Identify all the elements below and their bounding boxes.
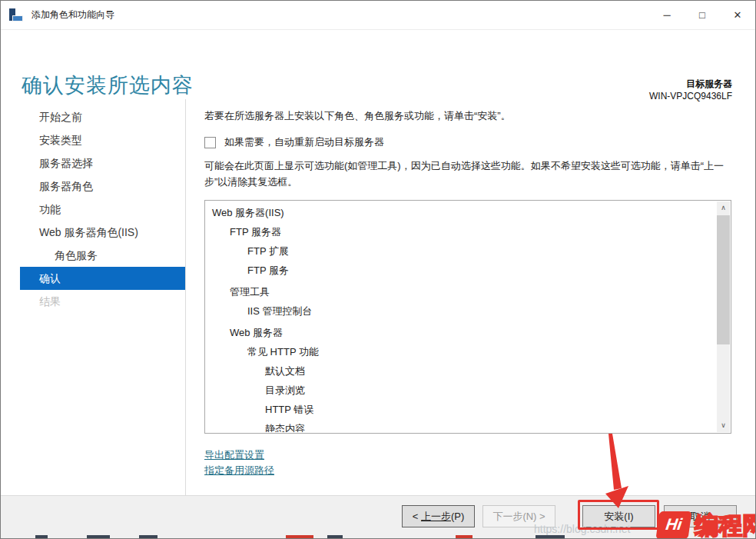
nav-item[interactable]: 服务器角色 [1, 175, 185, 198]
nav-item-label: 服务器角色 [39, 180, 93, 192]
tree-row[interactable]: 静态内容 [206, 419, 716, 432]
cancel-button[interactable]: 取消 [664, 505, 737, 527]
tree-row[interactable]: IIS 管理控制台 [206, 301, 716, 321]
nav-item-label: 开始之前 [39, 111, 82, 123]
nav-item-label: Web 服务器角色(IIS) [39, 226, 138, 238]
window-title: 添加角色和功能向导 [32, 8, 114, 22]
vertical-scrollbar[interactable]: ∧ ∨ [717, 201, 730, 432]
target-server-label: 目标服务器 [649, 78, 732, 90]
tree-row[interactable]: FTP 服务 [206, 261, 716, 280]
restart-checkbox-row[interactable]: 如果需要，自动重新启动目标服务器 [204, 135, 731, 149]
nav-item-label: 功能 [39, 203, 61, 215]
tree-row[interactable]: 默认文档 [206, 361, 716, 381]
tree-row[interactable]: 目录浏览 [206, 381, 716, 400]
tree-row-label: HTTP 错误 [265, 404, 313, 415]
config-links: 导出配置设置 指定备用源路径 [204, 448, 731, 478]
next-button[interactable]: 下一步(N) > [482, 505, 555, 527]
nav-item-label: 确认 [39, 272, 61, 284]
selected-features-listbox: Web 服务器(IIS)FTP 服务器FTP 扩展FTP 服务管理工具IIS 管… [204, 200, 731, 434]
nav-item[interactable]: 开始之前 [1, 105, 185, 128]
tree-row-label: 常见 HTTP 功能 [247, 346, 319, 358]
nav-item[interactable]: 结果 [1, 290, 185, 313]
alternate-source-path-link[interactable]: 指定备用源路径 [204, 463, 731, 478]
instruction-text: 若要在所选服务器上安装以下角色、角色服务或功能，请单击“安装”。 [204, 108, 731, 124]
tree-row[interactable]: FTP 扩展 [206, 241, 716, 261]
nav-item-label: 角色服务 [55, 249, 98, 261]
tree-row-label: 目录浏览 [265, 384, 305, 396]
nav-item-label: 结果 [39, 295, 61, 308]
tree-row[interactable]: HTTP 错误 [206, 400, 716, 419]
add-roles-wizard-window: 添加角色和功能向导 ─ □ ✕ 确认安装所选内容 目标服务器 WIN-VPJCQ… [0, 0, 756, 539]
tree-row[interactable]: Web 服务器(IIS) [206, 203, 716, 222]
tree-row[interactable]: Web 服务器 [206, 323, 716, 342]
nav-item[interactable]: 安装类型 [1, 128, 185, 151]
tree-row-label: Web 服务器(IIS) [212, 207, 284, 218]
titlebar: 添加角色和功能向导 ─ □ ✕ [1, 1, 755, 30]
tree-row-label: FTP 服务器 [230, 226, 281, 238]
target-server-name: WIN-VPJCQ9436LF [649, 90, 732, 102]
wizard-header: 确认安装所选内容 目标服务器 WIN-VPJCQ9436LF [1, 30, 755, 99]
nav-item[interactable]: 确认 [20, 267, 185, 290]
tree-row-label: FTP 扩展 [247, 245, 289, 257]
wizard-app-icon [8, 8, 27, 23]
page-title: 确认安装所选内容 [22, 72, 194, 99]
wizard-nav: 开始之前安装类型服务器选择服务器角色功能Web 服务器角色(IIS)角色服务确认… [1, 99, 186, 495]
nav-item[interactable]: 服务器选择 [1, 151, 185, 175]
optional-features-note: 可能会在此页面上显示可选功能(如管理工具)，因为已自动选择这些功能。如果不希望安… [204, 158, 731, 190]
previous-button[interactable]: < 上一步(P) [402, 505, 475, 527]
minimize-icon[interactable]: ─ [649, 1, 685, 30]
tree-row-label: Web 服务器 [230, 327, 283, 338]
tree-row[interactable]: FTP 服务器 [206, 222, 716, 241]
selection-tree: Web 服务器(IIS)FTP 服务器FTP 扩展FTP 服务管理工具IIS 管… [206, 201, 716, 432]
tree-row-label: 管理工具 [230, 286, 270, 298]
scroll-up-icon[interactable]: ∧ [717, 201, 730, 215]
close-icon[interactable]: ✕ [720, 1, 755, 30]
target-server-block: 目标服务器 WIN-VPJCQ9436LF [649, 78, 732, 102]
export-settings-link[interactable]: 导出配置设置 [204, 448, 731, 463]
tree-row-label: 默认文档 [265, 365, 305, 377]
restart-checkbox-label: 如果需要，自动重新启动目标服务器 [224, 135, 384, 149]
install-button[interactable]: 安装(I) [582, 505, 655, 527]
scrollbar-thumb[interactable] [717, 215, 730, 344]
restart-checkbox[interactable] [204, 137, 216, 148]
tree-row-label: IIS 管理控制台 [247, 305, 313, 317]
tree-row[interactable]: 管理工具 [206, 282, 716, 301]
nav-item-label: 安装类型 [39, 134, 82, 146]
wizard-footer: < 上一步(P) 下一步(N) > 安装(I) 取消 [1, 495, 755, 538]
tree-row-label: FTP 服务 [247, 265, 289, 276]
tree-row[interactable]: 常见 HTTP 功能 [206, 342, 716, 361]
nav-item-label: 服务器选择 [39, 157, 93, 169]
maximize-icon[interactable]: □ [685, 1, 720, 30]
nav-item[interactable]: 功能 [1, 198, 185, 221]
nav-item[interactable]: 角色服务 [1, 244, 185, 267]
confirmation-page: 若要在所选服务器上安装以下角色、角色服务或功能，请单击“安装”。 如果需要，自动… [186, 99, 755, 495]
tree-row-label: 静态内容 [265, 423, 305, 432]
scroll-down-icon[interactable]: ∨ [717, 419, 730, 432]
nav-item[interactable]: Web 服务器角色(IIS) [1, 221, 185, 244]
